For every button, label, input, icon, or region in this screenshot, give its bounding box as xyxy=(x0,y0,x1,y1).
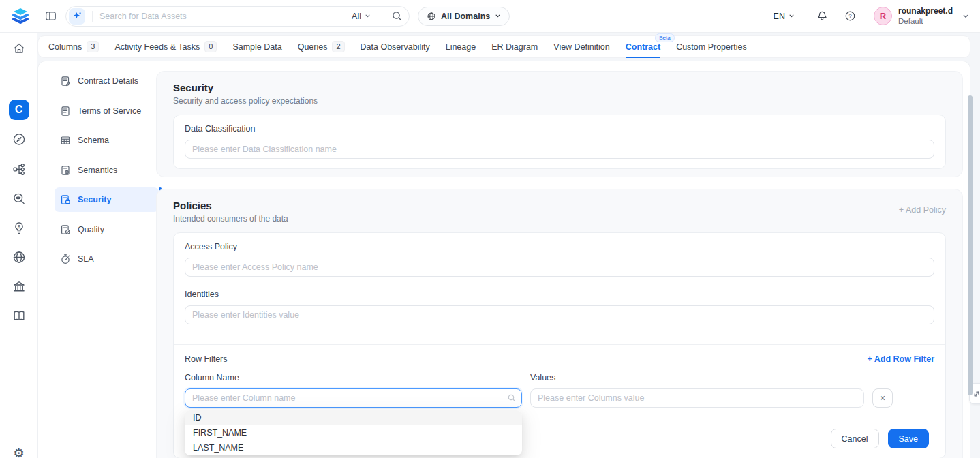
values-label: Values xyxy=(530,373,864,382)
app-logo-icon[interactable] xyxy=(10,5,31,27)
data-classification-input[interactable] xyxy=(185,140,934,159)
global-search-bar[interactable]: All xyxy=(65,6,410,27)
diagonal-resize-icon xyxy=(973,390,980,398)
user-menu[interactable]: rounakpreet.d Default xyxy=(898,6,953,26)
remove-row-filter-button[interactable]: × xyxy=(872,388,893,408)
nav-terms-of-service[interactable]: Terms of Service xyxy=(55,99,159,123)
chevron-down-icon xyxy=(788,13,795,19)
dropdown-option-last-name[interactable]: LAST_NAME xyxy=(185,440,522,455)
nav-security[interactable]: Security xyxy=(55,187,159,212)
user-name: rounakpreet.d xyxy=(898,6,953,16)
nav-item-label: Contract Details xyxy=(78,76,138,86)
policy-card: Access Policy Identities Row Filters + A… xyxy=(173,232,946,458)
settings-gear-icon[interactable]: ⚙ xyxy=(13,447,24,458)
tab-label: Queries xyxy=(298,42,328,52)
access-policy-label: Access Policy xyxy=(185,242,934,251)
nav-item-label: Quality xyxy=(78,225,104,234)
terms-of-service-icon xyxy=(60,106,71,117)
tab-label: Columns xyxy=(48,42,82,52)
tab-count-badge: 0 xyxy=(204,41,217,52)
nav-contract-details[interactable]: Contract Details xyxy=(55,69,159,93)
search-icon[interactable] xyxy=(392,11,402,21)
avatar-initial: R xyxy=(880,11,886,21)
tab-data-observability[interactable]: Data Observability xyxy=(361,36,430,57)
notifications-bell-icon[interactable] xyxy=(816,10,828,22)
security-lock-icon xyxy=(60,194,71,205)
search-input[interactable] xyxy=(99,12,352,21)
insights-lightbulb-icon[interactable]: $ xyxy=(12,221,26,235)
nav-item-label: Semantics xyxy=(78,166,117,175)
user-menu-chevron-icon[interactable] xyxy=(962,13,969,20)
values-input[interactable] xyxy=(530,388,864,408)
svg-text:?: ? xyxy=(848,13,852,19)
nav-quality[interactable]: Quality xyxy=(55,217,159,242)
tab-columns[interactable]: Columns 3 xyxy=(48,36,99,57)
policies-subtitle: Intended consumers of the data xyxy=(173,214,288,224)
add-policy-button[interactable]: + Add Policy xyxy=(899,205,946,215)
policies-section: Policies Intended consumers of the data … xyxy=(156,189,963,458)
tab-label: Custom Properties xyxy=(676,42,747,52)
tab-label: Sample Data xyxy=(232,42,281,52)
add-row-filter-button[interactable]: + Add Row Filter xyxy=(868,354,935,364)
ai-sparkle-icon[interactable] xyxy=(69,8,85,25)
tab-er-diagram[interactable]: ER Diagram xyxy=(491,36,538,57)
tab-activity-feeds[interactable]: Activity Feeds & Tasks 0 xyxy=(114,36,217,57)
left-nav-rail: C $ ⚙ xyxy=(0,33,37,458)
dropdown-option-first-name[interactable]: FIRST_NAME xyxy=(185,425,522,440)
tab-view-definition[interactable]: View Definition xyxy=(553,36,609,57)
tab-custom-properties[interactable]: Custom Properties xyxy=(676,36,747,57)
data-lineage-hierarchy-icon[interactable] xyxy=(12,162,26,177)
user-team: Default xyxy=(898,16,953,26)
tab-label: Contract xyxy=(626,42,660,52)
contract-details-icon xyxy=(60,76,71,87)
collate-app-icon[interactable]: C xyxy=(9,100,29,120)
knowledge-book-icon[interactable] xyxy=(12,309,26,323)
observability-search-eye-icon[interactable] xyxy=(12,192,26,206)
home-icon[interactable] xyxy=(12,42,26,55)
search-scope-value: All xyxy=(352,12,361,21)
security-section: Security Security and access policy expe… xyxy=(156,71,963,177)
svg-text:$: $ xyxy=(18,224,20,229)
contract-content: Contract Details Terms of Service Schema… xyxy=(37,61,970,458)
tab-count-badge: 2 xyxy=(332,41,344,52)
explore-compass-icon[interactable] xyxy=(12,132,26,147)
domains-dropdown[interactable]: All Domains xyxy=(418,7,510,26)
language-dropdown[interactable]: EN xyxy=(774,12,795,21)
column-name-input[interactable] xyxy=(185,388,522,408)
sidebar-toggle-icon[interactable] xyxy=(45,10,57,22)
identities-input[interactable] xyxy=(185,305,934,324)
nav-schema[interactable]: Schema xyxy=(55,128,159,153)
save-button[interactable]: Save xyxy=(888,429,930,448)
cancel-button[interactable]: Cancel xyxy=(831,429,879,448)
tab-lineage[interactable]: Lineage xyxy=(446,36,476,57)
tab-sample-data[interactable]: Sample Data xyxy=(232,36,281,57)
help-icon[interactable]: ? xyxy=(844,10,856,22)
nav-sla[interactable]: SLA xyxy=(55,247,159,271)
user-avatar[interactable]: R xyxy=(874,7,892,25)
tab-contract[interactable]: Contract Beta xyxy=(626,36,660,57)
schema-table-icon xyxy=(60,135,71,146)
top-bar: All All Domains EN ? R rounakpreet.d Def… xyxy=(0,0,980,33)
divider xyxy=(378,11,378,22)
language-value: EN xyxy=(774,12,785,21)
nav-semantics[interactable]: Semantics xyxy=(55,158,159,183)
tab-queries[interactable]: Queries 2 xyxy=(298,36,345,57)
search-scope-dropdown[interactable]: All xyxy=(352,12,371,21)
divider xyxy=(174,344,945,345)
tab-label: Data Observability xyxy=(361,42,430,52)
access-policy-input[interactable] xyxy=(185,258,934,277)
vertical-scrollbar[interactable] xyxy=(968,95,973,395)
nav-item-label: Terms of Service xyxy=(78,106,141,116)
entity-tab-bar: Columns 3 Activity Feeds & Tasks 0 Sampl… xyxy=(37,35,970,58)
tab-label: ER Diagram xyxy=(491,42,538,52)
contract-side-nav: Contract Details Terms of Service Schema… xyxy=(55,69,159,277)
nav-item-label: Security xyxy=(78,195,111,204)
domains-globe-icon[interactable] xyxy=(12,250,26,264)
governance-bank-icon[interactable] xyxy=(12,279,26,294)
identities-label: Identities xyxy=(185,290,934,299)
security-subtitle: Security and access policy expectations xyxy=(173,96,946,106)
tab-count-badge: 3 xyxy=(87,41,99,52)
row-filters-title: Row Filters xyxy=(185,354,228,364)
dropdown-option-id[interactable]: ID xyxy=(185,410,522,425)
column-name-dropdown: ID FIRST_NAME LAST_NAME xyxy=(185,410,522,455)
